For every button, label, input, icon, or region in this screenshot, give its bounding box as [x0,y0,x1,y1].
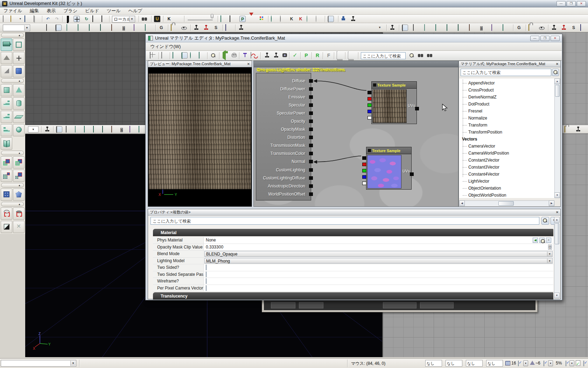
right-detail-icon[interactable] [447,25,453,31]
material-editor-titlebar[interactable]: Unreal マテリアル エディタ: MyPackage.Tree.Conife… [146,34,562,42]
me-stats-icon[interactable] [337,52,343,59]
expression-item[interactable]: CrossProduct [459,87,554,94]
terrain-mode-button[interactable] [1,52,12,64]
texture-sample-header[interactable]: Texture Sample [366,147,411,154]
scroll-up-icon[interactable]: ▲ [554,217,560,223]
csg-intersect-button[interactable] [1,170,12,182]
open-file-icon[interactable] [10,16,17,22]
shader-complexity-icon[interactable] [134,25,140,31]
status-field-4[interactable]: なし [486,360,503,367]
me-preview-cylinder-icon[interactable] [173,52,179,59]
customlightingdiffuse-pin[interactable] [309,176,313,180]
property-row-lightingmodel[interactable]: Lighting Model MLM_Phong▼ [153,258,553,265]
specular-pin[interactable] [309,103,313,107]
menu-help[interactable]: ヘルプ [128,8,142,14]
select-collapse[interactable]: ▲ [1,183,24,188]
chevron-down-icon[interactable]: ▼ [24,25,29,30]
opacitymask-pin[interactable] [309,128,313,131]
section-header-material[interactable]: Material [153,229,553,236]
twosided-checkbox[interactable] [206,265,206,270]
menu-brush[interactable]: ブラシ [63,8,77,14]
grid-snap-checkbox[interactable] [518,361,519,366]
geometry-mode-button[interactable] [13,39,24,51]
expression-item[interactable]: TransformPosition [459,129,554,136]
light-complexity-icon[interactable] [111,25,118,31]
material-root-node[interactable]: Diffuse DiffusePower Emissive Specular S… [256,73,311,200]
me-menu-window[interactable]: ウィンドウ(W) [150,43,181,50]
chevron-down-icon[interactable]: ▼ [70,361,76,366]
uvs-input-pin[interactable] [410,172,414,176]
translate-tool-icon[interactable] [74,16,80,22]
properties-search-input[interactable]: ここに入力して検索 [150,217,539,225]
use-selected-icon[interactable]: ◀ [533,238,538,243]
physmaterial-value[interactable]: None [206,238,216,243]
blue-prism-button[interactable] [13,189,24,201]
show-all-button[interactable]: ✕ [13,221,24,233]
property-row-blendmode[interactable]: Blend Mode BLEND_Opaque▼ [153,251,553,258]
vp-lightonly-icon[interactable] [102,126,108,132]
status-field-2[interactable]: なし [446,360,462,367]
rotate-tool-icon[interactable]: ↻ [83,16,90,22]
vpbr-lock-icon[interactable] [565,126,571,132]
light-query-icon[interactable] [316,16,322,22]
right-wireframe-icon[interactable] [402,25,408,31]
grid-snap-icon[interactable] [328,16,334,22]
kismet-icon[interactable]: K [166,16,172,22]
me-hlsl-icon[interactable]: HLSL [348,52,354,59]
vp-shader-icon[interactable] [130,126,136,132]
angle-snap-dropdown[interactable]: ▼ [548,360,553,366]
expression-item[interactable]: Fresnel [459,108,554,115]
vp-detail-icon[interactable] [93,126,99,132]
me-draw-curves-icon[interactable] [251,52,251,59]
me-restore-button[interactable]: ❐ [540,36,550,41]
property-row-twosided[interactable]: Two Sided? [153,264,553,271]
right-gameview-icon[interactable]: G [516,25,522,31]
me-preview-plane-icon[interactable] [199,52,205,59]
status-field-3[interactable]: なし [466,360,483,367]
me-layout-icon[interactable] [150,52,156,59]
volumetric-brush-button[interactable] [1,137,12,150]
opacity-pin[interactable] [309,120,313,123]
minimize-button[interactable]: — [556,1,566,6]
publish-cook-icon[interactable] [341,16,347,22]
anisotropicdirection-pin[interactable] [309,184,313,188]
static-mesh-mode-button[interactable] [13,65,24,77]
me-reset-icon[interactable]: R [314,52,321,59]
emissive-pin[interactable] [309,95,313,99]
vp-complexity-icon[interactable] [111,126,118,132]
brush-primitives-collapse[interactable]: ▲ [1,79,24,83]
expression-item[interactable]: ObjectOrientation [459,185,554,192]
csg-deintersect-button[interactable] [13,170,24,182]
redo-icon[interactable]: ↷ [54,16,60,22]
csg-add-button[interactable] [1,156,12,169]
menu-file[interactable]: ファイル [4,8,22,14]
status-field-1[interactable]: なし [425,360,442,367]
expression-item[interactable]: Constant2Vector [459,157,554,164]
save-icon[interactable] [24,16,31,22]
sphere-brush-button[interactable] [13,124,24,136]
right-lock-icon[interactable] [528,25,535,31]
property-row-twosidedseparate[interactable]: Two Sided Separate Pas [153,271,553,278]
normal-pin[interactable] [309,160,313,163]
camera-mode-button[interactable] [1,39,12,51]
transmissionmask-pin[interactable] [309,144,313,147]
g-output-pin[interactable] [368,103,372,107]
maximize-button[interactable]: ❐ [567,1,576,6]
status-combo[interactable]: ▼ [1,360,76,367]
diffuse-pin[interactable] [309,79,313,83]
scale-tool-icon[interactable] [92,16,99,22]
no-translucent-icon[interactable] [230,16,236,22]
csg-subtract-button[interactable] [13,156,24,169]
coordinate-space-combo[interactable]: ローカル ▼ [112,16,135,22]
wireframe-checkbox[interactable] [206,278,206,284]
twosidedseparate-checkbox[interactable] [206,272,206,277]
csg-collapse[interactable]: ▲ [1,151,24,155]
vp-config-icon[interactable]: ▼ [28,126,38,132]
me-background-icon[interactable] [161,52,168,59]
worldpositionoffset-pin[interactable] [309,192,313,196]
clear-asset-icon[interactable]: ✕ [546,238,551,243]
vp-wire-icon[interactable] [56,126,62,132]
right-unlit-icon[interactable] [424,25,430,31]
game-view-icon[interactable]: G [158,25,164,31]
clear-color-icon[interactable] [225,25,232,31]
